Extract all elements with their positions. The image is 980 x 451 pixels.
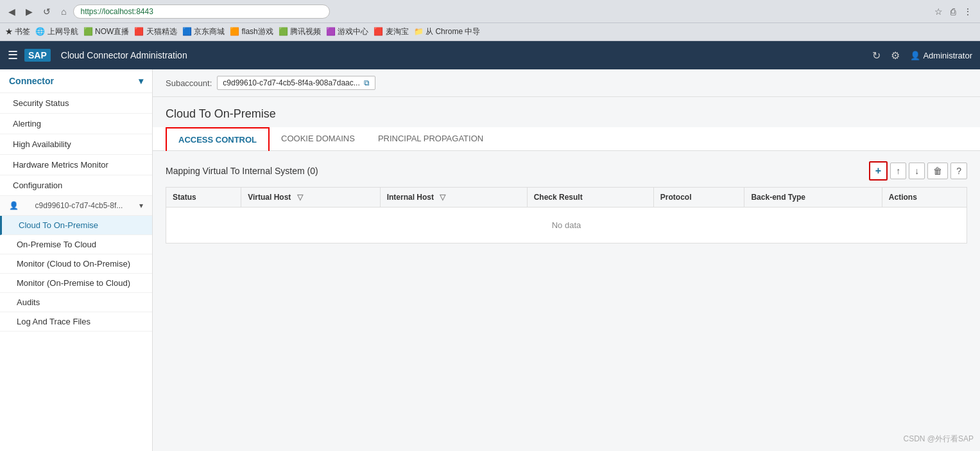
column-header-row: Status Virtual Host ▽ Internal Host ▽ Ch…: [166, 188, 967, 208]
top-nav-right: ↻ ⚙ 👤 Administrator: [872, 49, 972, 62]
sidebar-item-audits[interactable]: Audits: [0, 293, 152, 312]
table-title: Mapping Virtual To Internal System (0): [166, 166, 318, 176]
sidebar-item-log-trace[interactable]: Log And Trace Files: [0, 312, 152, 332]
content-area: Subaccount: c9d99610-c7d7-4cb5-8f4a-908a…: [153, 69, 980, 451]
sidebar: Connector ▾ Security Status Alerting Hig…: [0, 69, 153, 451]
table-head: Status Virtual Host ▽ Internal Host ▽ Ch…: [166, 188, 967, 208]
monitor-on-premise-label: Monitor (On-Premise to Cloud): [17, 278, 130, 288]
table-actions: + ↑ ↓ 🗑 ?: [869, 161, 967, 181]
bookmark-tmall[interactable]: 🟥 天猫精选: [134, 26, 176, 37]
user-icon: 👤: [910, 51, 920, 60]
sidebar-item-monitor-cloud[interactable]: Monitor (Cloud to On-Premise): [0, 254, 152, 274]
audits-label: Audits: [17, 297, 40, 307]
alerting-label: Alerting: [13, 119, 41, 128]
upload-button[interactable]: ↑: [890, 163, 906, 179]
watermark: CSDN @外行看SAP: [903, 434, 974, 445]
delete-button[interactable]: 🗑: [927, 163, 948, 179]
cloud-to-on-premise-label: Cloud To On-Premise: [19, 220, 98, 230]
sidebar-item-cloud-to-on-premise[interactable]: Cloud To On-Premise: [0, 216, 152, 235]
virtual-host-filter-icon[interactable]: ▽: [297, 193, 303, 202]
internal-host-filter-icon[interactable]: ▽: [440, 193, 445, 202]
top-nav: ☰ SAP Cloud Connector Administration ↻ ⚙…: [0, 41, 980, 69]
add-button[interactable]: +: [869, 161, 888, 181]
tabs-bar: ACCESS CONTROL COOKIE DOMAINS PRINCIPAL …: [153, 127, 980, 151]
subaccount-id: c9d99610-c7d7-4cb5-8f4a-908a7daac...: [223, 78, 360, 87]
hardware-metrics-label: Hardware Metrics Monitor: [13, 160, 108, 170]
col-protocol: Protocol: [653, 188, 744, 208]
col-internal-host: Internal Host ▽: [380, 188, 527, 208]
sidebar-item-on-premise-to-cloud[interactable]: On-Premise To Cloud: [0, 235, 152, 254]
sidebar-item-configuration[interactable]: Configuration: [0, 175, 152, 196]
no-data-cell: No data: [166, 208, 967, 243]
user-menu[interactable]: 👤 Administrator: [910, 51, 972, 60]
sidebar-item-hardware-metrics[interactable]: Hardware Metrics Monitor: [0, 155, 152, 175]
bookmark-now[interactable]: 🟩 NOW直播: [83, 26, 130, 37]
browser-bar: ◀ ▶ ↺ ⌂ ☆ ⎙ ⋮: [0, 0, 980, 23]
bookmark-star[interactable]: ★ 书签: [5, 26, 30, 37]
col-virtual-host: Virtual Host ▽: [241, 188, 380, 208]
sidebar-connector-header[interactable]: Connector ▾: [0, 69, 152, 93]
user-name: Administrator: [923, 51, 972, 60]
table-header-row: Mapping Virtual To Internal System (0) +…: [166, 161, 967, 181]
log-trace-label: Log And Trace Files: [17, 317, 90, 326]
on-premise-to-cloud-label: On-Premise To Cloud: [17, 240, 96, 249]
sidebar-item-security-status[interactable]: Security Status: [0, 93, 152, 114]
tab-cookie-domains[interactable]: COOKIE DOMAINS: [270, 127, 366, 151]
page-title: Cloud To On-Premise: [166, 107, 967, 121]
bookmark-games[interactable]: 🟪 游戏中心: [326, 26, 368, 37]
monitor-cloud-label: Monitor (Cloud to On-Premise): [17, 259, 130, 269]
sidebar-item-high-availability[interactable]: High Availability: [0, 134, 152, 155]
back-button[interactable]: ◀: [5, 5, 19, 18]
page-title-area: Cloud To On-Premise: [153, 97, 980, 127]
account-icon: 👤: [9, 201, 19, 210]
sidebar-account-row[interactable]: 👤 c9d99610-c7d7-4cb5-8f... ▾: [0, 196, 152, 216]
refresh-button[interactable]: ↺: [40, 5, 54, 18]
table-body: No data: [166, 208, 967, 243]
col-actions: Actions: [882, 188, 967, 208]
account-id: c9d99610-c7d7-4cb5-8f...: [35, 201, 123, 210]
subaccount-value: c9d99610-c7d7-4cb5-8f4a-908a7daac... ⧉: [217, 76, 375, 90]
no-data-row: No data: [166, 208, 967, 243]
connector-chevron-icon: ▾: [139, 76, 143, 86]
url-bar[interactable]: [73, 4, 330, 19]
sidebar-item-alerting[interactable]: Alerting: [0, 114, 152, 134]
subaccount-label: Subaccount:: [166, 78, 212, 88]
tab-principal-propagation[interactable]: PRINCIPAL PROPAGATION: [366, 127, 495, 151]
data-table: Status Virtual Host ▽ Internal Host ▽ Ch…: [166, 187, 967, 243]
col-status: Status: [166, 188, 241, 208]
home-button[interactable]: ⌂: [58, 5, 69, 18]
sidebar-item-monitor-on-premise[interactable]: Monitor (On-Premise to Cloud): [0, 274, 152, 293]
bookmark-mai[interactable]: 🟥 麦淘宝: [374, 26, 408, 37]
table-section: Mapping Virtual To Internal System (0) +…: [153, 151, 980, 254]
bookmark-flash[interactable]: 🟧 flash游戏: [230, 26, 273, 37]
bookmark-tencent[interactable]: 🟩 腾讯视频: [279, 26, 321, 37]
bookmark-jd[interactable]: 🟦 京东商城: [182, 26, 225, 37]
security-status-label: Security Status: [13, 98, 69, 108]
connector-label: Connector: [9, 76, 54, 86]
sap-logo: SAP: [24, 49, 51, 62]
more-button[interactable]: ⋮: [961, 5, 975, 18]
star-button[interactable]: ☆: [932, 5, 945, 18]
configuration-label: Configuration: [13, 181, 62, 190]
copy-icon[interactable]: ⧉: [364, 78, 370, 87]
refresh-icon[interactable]: ↻: [872, 49, 881, 62]
high-availability-label: High Availability: [13, 139, 71, 149]
help-button[interactable]: ?: [950, 163, 967, 179]
download-button[interactable]: ↓: [909, 163, 925, 179]
forward-button[interactable]: ▶: [22, 5, 36, 18]
col-check-result: Check Result: [527, 188, 653, 208]
bookmark-chrome[interactable]: 📁 从 Chrome 中导: [414, 26, 481, 37]
account-chevron-icon: ▾: [139, 201, 143, 210]
tab-access-control[interactable]: ACCESS CONTROL: [166, 127, 270, 151]
share-button[interactable]: ⎙: [948, 5, 958, 18]
menu-icon[interactable]: ☰: [8, 48, 18, 62]
bookmarks-bar: ★ 书签 🌐 上网导航 🟩 NOW直播 🟥 天猫精选 🟦 京东商城 🟧 flas…: [0, 23, 980, 41]
app-title: Cloud Connector Administration: [61, 50, 187, 60]
browser-actions: ☆ ⎙ ⋮: [932, 5, 975, 18]
subaccount-bar: Subaccount: c9d99610-c7d7-4cb5-8f4a-908a…: [153, 69, 980, 97]
bookmark-nav[interactable]: 🌐 上网导航: [35, 26, 78, 37]
settings-icon[interactable]: ⚙: [891, 49, 900, 62]
col-backend-type: Back-end Type: [744, 188, 882, 208]
